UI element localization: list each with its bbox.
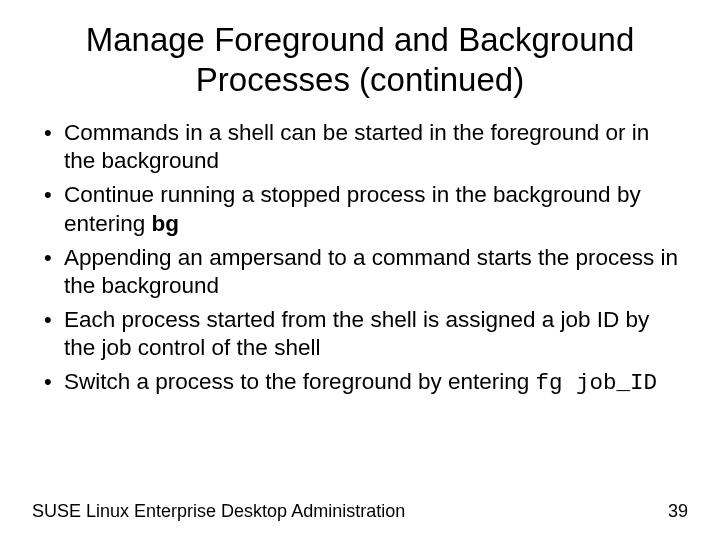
slide: Manage Foreground and Background Process… (0, 0, 720, 540)
bullet-text: Switch a process to the foreground by en… (64, 369, 536, 394)
bullet-item: Commands in a shell can be started in th… (40, 119, 680, 175)
slide-title: Manage Foreground and Background Process… (0, 0, 720, 99)
bullet-item: Continue running a stopped process in th… (40, 181, 680, 237)
bullet-text: Each process started from the shell is a… (64, 307, 649, 360)
bullet-text: Appending an ampersand to a command star… (64, 245, 678, 298)
code-text: fg job_ID (536, 370, 658, 396)
title-line-2: Processes (continued) (196, 61, 524, 98)
footer-title: SUSE Linux Enterprise Desktop Administra… (32, 501, 405, 522)
bullet-item: Switch a process to the foreground by en… (40, 368, 680, 397)
bullet-item: Each process started from the shell is a… (40, 306, 680, 362)
slide-footer: SUSE Linux Enterprise Desktop Administra… (32, 501, 688, 522)
slide-body: Commands in a shell can be started in th… (0, 99, 720, 397)
bullet-text: Commands in a shell can be started in th… (64, 120, 649, 173)
page-number: 39 (668, 501, 688, 522)
title-line-1: Manage Foreground and Background (86, 21, 635, 58)
bullet-text: Continue running a stopped process in th… (64, 182, 641, 235)
bullet-list: Commands in a shell can be started in th… (40, 119, 680, 397)
bullet-item: Appending an ampersand to a command star… (40, 244, 680, 300)
bold-text: bg (152, 211, 180, 236)
